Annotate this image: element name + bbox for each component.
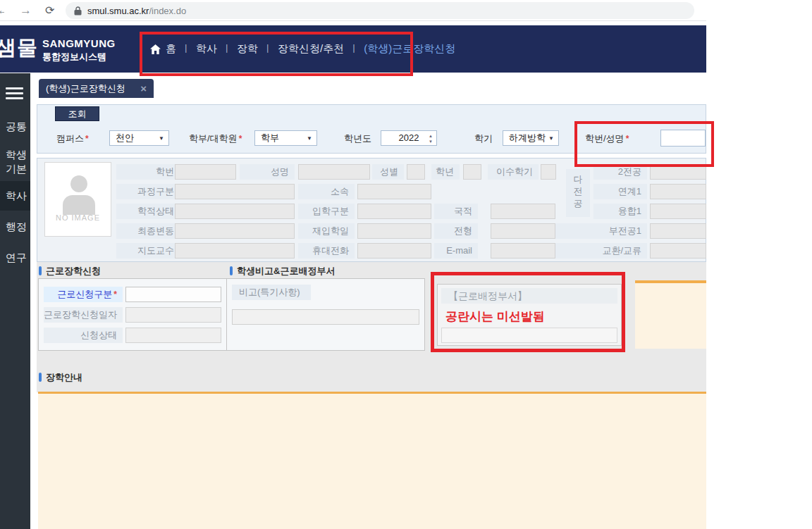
back-icon[interactable]: ←	[0, 0, 4, 21]
input-yunghap1	[650, 204, 706, 219]
input-gyohwan	[650, 243, 706, 259]
label-choejong: 최종변동	[116, 223, 180, 239]
url-bar[interactable]: smul.smu.ac.kr/index.do	[66, 2, 694, 19]
input-jaeiphak	[357, 223, 431, 239]
sidebar-item-common[interactable]: 공통	[0, 120, 27, 134]
chevron-down-icon: ▼	[548, 136, 554, 142]
logo-subtitle: 통합정보시스템	[42, 51, 106, 63]
url-path: /index.do	[149, 6, 186, 16]
required-marker: *	[85, 134, 89, 144]
division-value: 학부	[261, 132, 279, 143]
lock-icon	[74, 6, 82, 15]
input-bujeongong1	[650, 223, 706, 239]
label-yunghap1: 융합1	[593, 204, 647, 219]
year-label: 학년도	[344, 131, 371, 147]
spinner-up-icon[interactable]: ▲	[429, 134, 433, 138]
side-cream-panel	[635, 280, 706, 349]
input-note[interactable]	[232, 309, 419, 325]
input-gukjeok	[491, 204, 555, 219]
url-host: smul.smu.ac.kr	[87, 6, 149, 16]
input-hyudae	[357, 243, 431, 259]
spinner-down-icon[interactable]: ▼	[429, 139, 433, 144]
section-bar	[230, 266, 233, 275]
division-select[interactable]: 학부 ▼	[254, 130, 317, 146]
label-hakbeon: 학번	[116, 164, 180, 180]
label-email: E-mail	[434, 243, 478, 259]
input-hangnyeon	[463, 164, 481, 180]
year-value: 2022	[399, 132, 419, 143]
label-jaeiphak: 재입학일	[298, 223, 355, 239]
division-label: 학부/대학원*	[189, 131, 242, 147]
tab-close-icon[interactable]: ×	[140, 82, 147, 94]
memo-section-title: 학생비고&근로배정부서	[237, 266, 335, 276]
label-hangnyeon: 학년	[431, 164, 460, 180]
label-bujeongong1: 부전공1	[555, 223, 647, 239]
label-gwajeong: 과정구분	[116, 184, 180, 199]
sidebar-item-admin[interactable]: 행정	[0, 220, 27, 234]
input-iphak	[357, 204, 431, 219]
label-seongmyeong: 성명	[240, 164, 295, 180]
page: ← → ⟳ smul.smu.ac.kr/index.do 샘물 SANGMYU…	[0, 0, 812, 529]
input-hakbeon	[175, 164, 236, 180]
section-bar	[39, 266, 42, 275]
campus-select[interactable]: 천안 ▼	[109, 130, 169, 146]
input-seongmyeong	[298, 164, 370, 180]
no-image-text: NO IMAGE	[45, 213, 111, 222]
person-icon	[63, 195, 95, 215]
annotation-box-student-id	[574, 121, 714, 167]
input-apply-type[interactable]	[125, 287, 221, 302]
guide-section-title: 장학안내	[46, 372, 82, 382]
reload-icon[interactable]: ⟳	[45, 0, 54, 21]
label-iphak: 입학구분	[298, 204, 355, 219]
label-gukjeok: 국적	[434, 204, 478, 219]
forward-icon[interactable]: →	[20, 0, 32, 21]
label-hakjeok: 학적상태	[116, 204, 180, 219]
input-gwajeong	[175, 184, 295, 199]
sidebar-item-student-basic[interactable]: 학생 기본	[0, 148, 27, 176]
input-sosok	[357, 184, 431, 199]
label-hyudae: 휴대전화	[298, 243, 355, 259]
input-seongbyeol	[407, 164, 425, 180]
year-spinner[interactable]: 2022 ▲ ▼	[381, 130, 437, 146]
annotation-box-nav	[140, 32, 413, 76]
label-dajeongong: 다전공	[572, 173, 584, 209]
sidebar: 공통 학생 기본 학사 행정 연구	[0, 73, 30, 529]
chevron-down-icon: ▼	[159, 136, 164, 142]
sidebar-item-haksa[interactable]: 학사	[0, 189, 27, 203]
label-seongbyeol: 성별	[372, 164, 404, 180]
input-apply-date	[125, 307, 221, 323]
label-isuhakgi: 이수학기	[488, 164, 539, 180]
input-isuhakgi	[541, 164, 556, 180]
input-hakjeok	[175, 204, 295, 219]
tab-work-scholarship[interactable]: (학생)근로장학신청 ×	[39, 79, 154, 98]
chevron-down-icon: ▼	[307, 136, 312, 142]
logo-mark: 샘물	[0, 34, 38, 62]
browser-toolbar: ← → ⟳ smul.smu.ac.kr/index.do	[0, 0, 706, 21]
guide-content-area	[38, 394, 706, 529]
label-yeongye1: 연계1	[593, 184, 647, 199]
multi-major-cell: 다전공	[566, 169, 590, 217]
required-marker: *	[239, 134, 242, 144]
term-select[interactable]: 하계방학 ▼	[503, 130, 559, 146]
label-note: 비고(특기사항)	[232, 285, 311, 300]
query-button[interactable]: 조회	[55, 106, 99, 121]
photo-placeholder: NO IMAGE	[44, 162, 111, 237]
section-bar	[39, 373, 42, 382]
term-label: 학기	[474, 131, 493, 147]
input-choejong	[175, 223, 295, 239]
label-apply-status: 신청상태	[44, 328, 123, 343]
label-sosok: 소속	[298, 184, 355, 199]
sidebar-item-research[interactable]: 연구	[0, 251, 27, 265]
campus-label: 캠퍼스*	[56, 131, 89, 147]
annotation-box-dept	[431, 272, 625, 352]
logo-name: SANGMYUNG	[42, 37, 116, 49]
input-jidogyosu	[175, 243, 295, 259]
input-email	[491, 243, 555, 259]
person-icon	[70, 175, 87, 192]
label-apply-date: 근로장학신청일자	[44, 307, 123, 323]
work-section-title: 근로장학신청	[46, 266, 101, 276]
menu-hamburger-icon[interactable]	[6, 87, 23, 102]
term-value: 하계방학	[509, 132, 546, 143]
input-yeongye1	[650, 184, 706, 199]
campus-value: 천안	[116, 132, 134, 143]
